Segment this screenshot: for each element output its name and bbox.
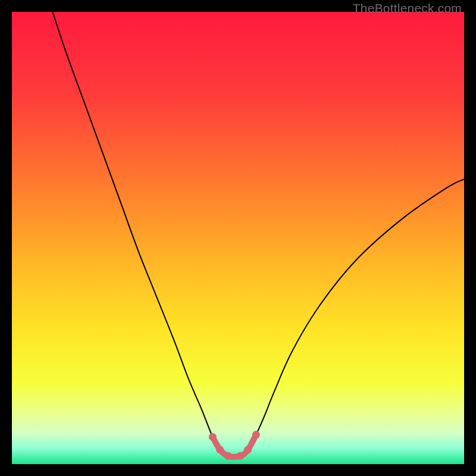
curve-layer xyxy=(12,12,464,464)
valley-marker xyxy=(252,431,260,439)
valley-marker xyxy=(244,446,252,453)
valley-marker xyxy=(224,452,232,460)
plot-area xyxy=(12,12,464,464)
valley-marker xyxy=(216,446,224,453)
watermark-text: TheBottleneck.com xyxy=(353,1,462,15)
bottleneck-curve xyxy=(52,12,464,457)
valley-marker xyxy=(236,452,244,460)
chart-frame: TheBottleneck.com xyxy=(0,0,476,476)
valley-highlight xyxy=(209,431,260,460)
valley-marker xyxy=(209,433,217,441)
